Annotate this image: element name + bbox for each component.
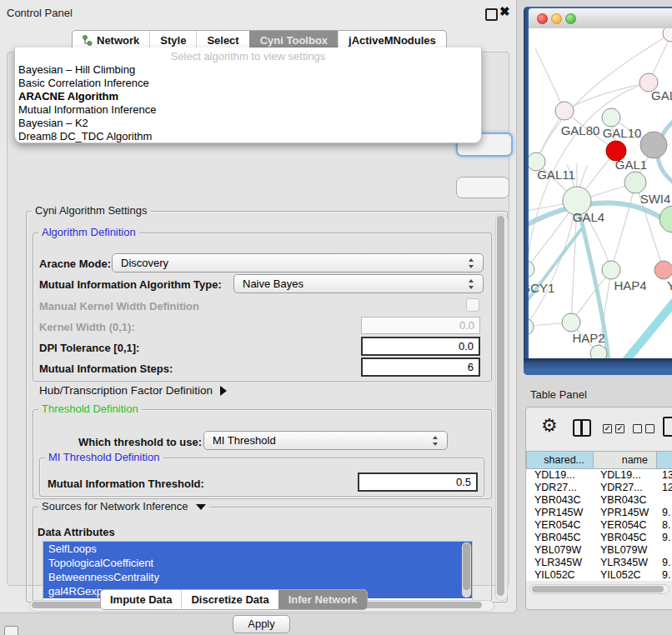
network-node[interactable] [555, 102, 574, 120]
hub-transcription-expander[interactable]: Hub/Transcription Factor Definition [39, 384, 227, 397]
network-node[interactable] [624, 172, 646, 193]
node-label: GCY1 [529, 281, 554, 295]
table-cell: 9. [657, 569, 672, 581]
network-node[interactable] [659, 206, 672, 232]
algorithm-option-bayesian-hill-climbing[interactable]: Bayesian – Hill Climbing [15, 63, 481, 77]
table-body[interactable]: YDL19...YDL19...13YDR27...YDR27...12YBR0… [526, 469, 672, 581]
dpi-tolerance-label: DPI Tolerance [0,1]: [39, 342, 139, 354]
table-header-row: shared...name [526, 451, 672, 469]
network-window-titlebar[interactable] [529, 8, 672, 29]
column-header-shared[interactable]: shared... [526, 451, 594, 469]
network-icon [83, 35, 93, 46]
table-row[interactable]: YBR043CYBR043C [526, 494, 672, 507]
threshold-definition-title: Threshold Definition [38, 402, 142, 415]
table-row[interactable]: YDR27...YDR27...12 [526, 482, 672, 494]
manual-kernel-width-checkbox[interactable] [466, 298, 479, 312]
table-cell: 9. [657, 507, 672, 519]
table-cell: 9. [657, 532, 672, 544]
zoom-traffic-light-icon[interactable] [565, 13, 576, 24]
network-node[interactable] [602, 108, 620, 127]
table-horizontal-scrollbar[interactable] [529, 584, 669, 594]
network-node[interactable] [663, 28, 672, 42]
dock-icon[interactable] [4, 626, 18, 635]
network-window-bottom-frame [524, 358, 672, 375]
table-row[interactable]: YER054CYER054C8. [526, 519, 672, 532]
mi-threshold-field[interactable]: 0.5 [358, 472, 478, 492]
network-node[interactable] [562, 313, 580, 332]
expander-down-arrow-icon[interactable] [196, 504, 206, 510]
gear-icon[interactable]: ⚙ [541, 415, 558, 437]
table-row[interactable]: YDL19...YDL19...13 [526, 469, 672, 482]
column-header-name[interactable]: name [594, 451, 657, 469]
node-label: GAL11 [537, 168, 575, 182]
combo-arrows-icon [468, 279, 475, 289]
node-label: HAP4 [614, 278, 646, 292]
attribute-item-betweennesscentrality[interactable]: BetweennessCentrality [43, 570, 472, 584]
network-canvas[interactable]: GALGAL80GAL10GAL1SWI4GAL11GAL4GCY1HAP4YH… [529, 28, 672, 358]
mi-algorithm-type-select[interactable]: Naive Bayes [233, 274, 484, 293]
attribute-item-selfloops[interactable]: SelfLoops [43, 542, 472, 556]
network-node[interactable] [590, 345, 607, 358]
table-cell: YDR27... [526, 482, 594, 494]
algorithm-dropdown-popup: Select algorithm to view settings Bayesi… [14, 48, 482, 143]
table-cell: YER054C [594, 519, 657, 532]
apply-button[interactable]: Apply [233, 615, 290, 633]
mi-steps-field[interactable]: 6 [361, 358, 480, 377]
tab-discretize-data[interactable]: Discretize Data [181, 590, 278, 609]
column-header-3[interactable] [657, 451, 672, 469]
list-vertical-scrollbar[interactable] [462, 542, 471, 598]
network-view-window: GALGAL80GAL10GAL1SWI4GAL11GAL4GCY1HAP4YH… [524, 7, 672, 375]
bottom-tabbar: Impute DataDiscretize DataInfer Network [100, 589, 368, 610]
mi-threshold-definition-title: MI Threshold Definition [45, 451, 163, 463]
split-columns-icon[interactable] [573, 419, 591, 437]
settings-vertical-scrollbar[interactable] [495, 214, 508, 601]
tab-infer-network[interactable]: Infer Network [278, 590, 367, 609]
attribute-item-topologicalcoefficient[interactable]: TopologicalCoefficient [43, 556, 472, 570]
table-row[interactable]: YLR345WYLR345W9. [526, 557, 672, 569]
mi-threshold-label: Mutual Information Threshold: [48, 478, 204, 490]
aracne-mode-select[interactable]: Discovery [112, 253, 484, 272]
table-cell: YER054C [526, 519, 594, 532]
algorithm-option-basic-correlation-inference[interactable]: Basic Correlation Inference [15, 77, 481, 90]
network-edge-thick [624, 297, 672, 358]
algorithm-option-mutual-information-inference[interactable]: Mutual Information Inference [15, 103, 481, 117]
network-node[interactable] [640, 132, 667, 158]
float-window-icon[interactable] [485, 8, 498, 21]
table-cell: 12 [657, 482, 672, 494]
close-traffic-light-icon[interactable] [537, 13, 548, 24]
hidden-field-fragment [456, 177, 509, 198]
algorithm-option-bayesian-k2[interactable]: Bayesian – K2 [15, 117, 481, 130]
network-node[interactable] [602, 261, 620, 279]
tab-impute-data[interactable]: Impute Data [101, 590, 181, 609]
algorithm-option-dream8-dc-tdc-algorithm[interactable]: Dream8 DC_TDC Algorithm [15, 130, 481, 143]
control-panel-title: Control Panel [7, 7, 73, 19]
network-node[interactable] [529, 261, 534, 278]
which-threshold-select[interactable]: MI Threshold [203, 431, 448, 450]
table-cell: YDR27... [594, 482, 657, 494]
dpi-tolerance-field[interactable]: 0.0 [361, 337, 480, 356]
node-label: SWI4 [640, 192, 671, 206]
mi-algorithm-type-label: Mutual Information Algorithm Type: [39, 278, 222, 291]
settings-group-title: Cyni Algorithm Settings [32, 204, 150, 217]
table-cell [657, 494, 672, 507]
table-row[interactable]: YPR145WYPR145W9. [526, 507, 672, 519]
table-cell: YBR043C [526, 494, 594, 507]
deselect-all-checkboxes-icon[interactable] [633, 424, 654, 433]
node-label: GAL [651, 88, 672, 102]
mi-steps-label: Mutual Information Steps: [39, 362, 173, 375]
table-row[interactable]: YBL079WYBL079W [526, 544, 672, 557]
algorithm-option-aracne-algorithm[interactable]: ARACNE Algorithm [15, 90, 481, 103]
minimize-traffic-light-icon[interactable] [551, 13, 562, 24]
select-all-checkboxes-icon[interactable]: ✓✓ [603, 424, 624, 433]
kernel-width-field[interactable]: 0.0 [361, 317, 480, 334]
page-icon[interactable] [663, 417, 672, 437]
close-icon[interactable]: ✖ [499, 4, 510, 19]
network-edge [571, 270, 611, 322]
combo-arrows-icon [432, 436, 439, 446]
table-row[interactable]: YIL052CYIL052C9. [526, 569, 672, 581]
network-node[interactable] [529, 318, 534, 335]
control-panel-window: Control Panel ✖ NetworkStyleSelectCyni T… [0, 0, 517, 613]
aracne-mode-label: Aracne Mode: [39, 258, 111, 270]
table-row[interactable]: YBR045CYBR045C9. [526, 532, 672, 544]
network-node[interactable] [654, 261, 672, 279]
